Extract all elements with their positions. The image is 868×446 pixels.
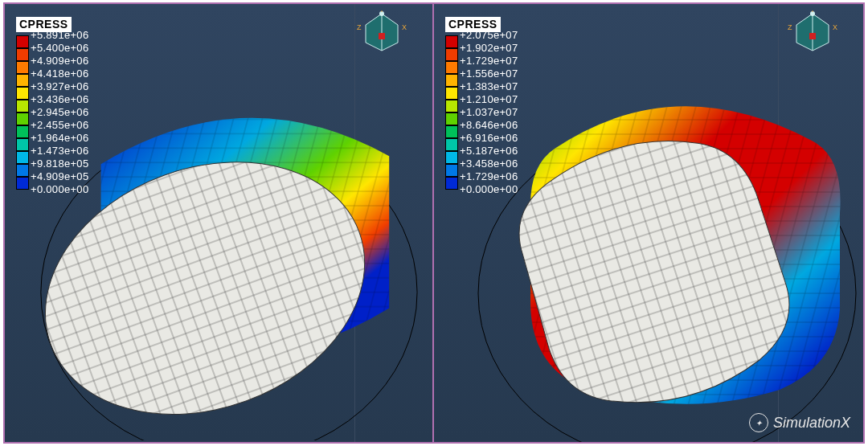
axis-z-label: Z bbox=[788, 23, 792, 31]
legend-swatch bbox=[16, 138, 29, 151]
legend-tick: +1.556e+07 bbox=[460, 68, 518, 80]
legend-tick: +5.891e+06 bbox=[31, 29, 88, 42]
legend-tick: +4.418e+06 bbox=[31, 68, 88, 80]
axis-z-label: Z bbox=[357, 23, 362, 31]
legend-swatch bbox=[16, 74, 29, 87]
legend-tick: +5.187e+06 bbox=[460, 145, 518, 158]
legend-tick: +9.818e+05 bbox=[31, 158, 88, 170]
svg-rect-4 bbox=[809, 33, 816, 39]
legend-tick: +1.473e+06 bbox=[31, 145, 88, 158]
legend-swatch bbox=[445, 151, 458, 164]
legend-swatch bbox=[16, 177, 29, 190]
axis-x-label: X bbox=[833, 23, 837, 31]
legend-swatch bbox=[445, 138, 458, 151]
legend-tick: +2.945e+06 bbox=[31, 106, 88, 119]
watermark: ✦ SimulationX bbox=[749, 413, 850, 432]
legend-tick: +6.916e+06 bbox=[460, 132, 518, 145]
legend-swatch bbox=[16, 48, 29, 61]
legend-swatch bbox=[16, 151, 29, 164]
legend-swatches bbox=[445, 35, 458, 196]
watermark-text: SimulationX bbox=[773, 415, 850, 432]
legend-tick: +2.455e+06 bbox=[31, 119, 88, 132]
legend-swatch bbox=[445, 113, 458, 125]
legend-swatch bbox=[16, 87, 29, 100]
legend-swatch bbox=[16, 113, 29, 125]
legend-swatch bbox=[445, 164, 458, 177]
legend-tick: +1.210e+07 bbox=[460, 93, 518, 106]
color-legend-left: CPRESS +5.891e+06+5.400e+06+4.909e+06+4.… bbox=[16, 17, 88, 196]
axis-x-label: X bbox=[402, 23, 407, 31]
legend-swatch bbox=[16, 100, 29, 113]
legend-tick: +4.909e+06 bbox=[31, 55, 88, 68]
svg-rect-2 bbox=[379, 33, 385, 39]
legend-swatch bbox=[16, 125, 29, 138]
color-legend-right: CPRESS +2.075e+07+1.902e+07+1.729e+07+1.… bbox=[445, 17, 518, 196]
legend-ticks: +5.891e+06+5.400e+06+4.909e+06+4.418e+06… bbox=[31, 35, 88, 196]
legend-ticks: +2.075e+07+1.902e+07+1.729e+07+1.556e+07… bbox=[460, 35, 518, 196]
legend-swatch bbox=[16, 164, 29, 177]
legend-tick: +1.383e+07 bbox=[460, 80, 518, 93]
legend-swatch bbox=[445, 74, 458, 87]
legend-tick: +1.729e+06 bbox=[460, 170, 518, 183]
legend-swatch bbox=[16, 35, 29, 48]
wechat-icon: ✦ bbox=[749, 413, 768, 432]
legend-swatch bbox=[445, 125, 458, 138]
legend-tick: +3.927e+06 bbox=[31, 80, 88, 93]
legend-swatch bbox=[445, 87, 458, 100]
legend-swatch bbox=[445, 35, 458, 48]
legend-tick: +2.075e+07 bbox=[460, 29, 518, 42]
viewport-left[interactable]: CPRESS +5.891e+06+5.400e+06+4.909e+06+4.… bbox=[5, 4, 434, 442]
legend-swatch bbox=[445, 61, 458, 74]
legend-tick: +8.646e+06 bbox=[460, 119, 518, 132]
legend-tick: +4.909e+05 bbox=[31, 170, 88, 183]
legend-swatches bbox=[16, 35, 29, 196]
view-triad-right[interactable]: Y X Z bbox=[784, 10, 841, 54]
legend-tick: +1.729e+07 bbox=[460, 55, 518, 68]
legend-tick: +1.964e+06 bbox=[31, 132, 88, 145]
view-triad-left[interactable]: Y X Z bbox=[354, 10, 410, 54]
legend-tick: +1.037e+07 bbox=[460, 106, 518, 119]
legend-swatch bbox=[445, 177, 458, 190]
legend-tick: +3.436e+06 bbox=[31, 93, 88, 106]
figure-frame: CPRESS +5.891e+06+5.400e+06+4.909e+06+4.… bbox=[3, 2, 865, 444]
legend-tick: +5.400e+06 bbox=[31, 42, 88, 55]
legend-swatch bbox=[445, 100, 458, 113]
axis-y-label: Y bbox=[810, 10, 815, 14]
legend-swatch bbox=[16, 61, 29, 74]
legend-tick: +0.000e+00 bbox=[31, 183, 88, 196]
legend-tick: +0.000e+00 bbox=[460, 183, 518, 196]
axis-y-label: Y bbox=[379, 10, 384, 14]
legend-tick: +1.902e+07 bbox=[460, 42, 518, 55]
legend-tick: +3.458e+06 bbox=[460, 158, 518, 170]
legend-swatch bbox=[445, 48, 458, 61]
viewport-right[interactable]: CPRESS +2.075e+07+1.902e+07+1.729e+07+1.… bbox=[434, 4, 863, 442]
